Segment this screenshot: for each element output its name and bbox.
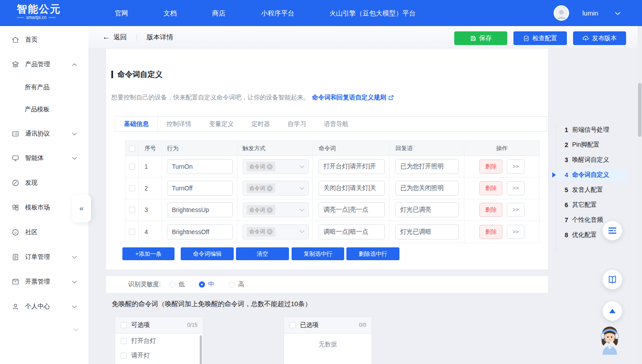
back-arrow-icon[interactable]: ← [103,33,110,42]
radio-low[interactable]: 低 [169,281,185,288]
action-input[interactable] [167,202,233,217]
sidebar-item-community[interactable]: 社区 [0,227,88,238]
check-config-button[interactable]: 检查配置 [513,31,567,45]
tab-voice-navigation[interactable]: 语音导航 [315,117,357,131]
delete-selected-button[interactable]: 删除选中行 [346,247,399,260]
command-input[interactable] [319,202,385,217]
row-checkbox[interactable] [129,185,135,191]
panel-select-all-checkbox[interactable] [121,322,127,328]
chevron-down-icon[interactable] [615,12,620,15]
window-scrollbar-thumb[interactable] [638,83,642,137]
expand-row-button[interactable]: >> [507,159,524,174]
delete-row-button[interactable]: 删除 [479,181,502,195]
tab-control-detail[interactable]: 控制详情 [158,117,200,131]
anchor-item-1[interactable]: 1前端信号处理 [556,124,627,136]
rules-link[interactable]: 命令词和回复语自定义规则 [312,94,394,102]
panel-scrollbar-thumb[interactable] [200,335,202,364]
sidebar-item-profile[interactable]: 个人中心 [0,301,88,312]
sidebar-item-protocols[interactable]: 通讯协议 [0,128,88,140]
anchor-item-4-active[interactable]: 4命令词自定义 [556,169,627,181]
back-to-top-button[interactable] [603,301,622,321]
command-input[interactable] [319,159,385,174]
username[interactable]: lumin [582,0,598,26]
row-checkbox[interactable] [129,163,135,170]
edit-command-button[interactable]: 命令词编辑 [181,247,234,260]
sidebar-item-discover[interactable]: 发现 [0,177,88,189]
row-checkbox[interactable] [129,229,135,235]
command-input[interactable] [319,181,385,196]
nav-item-volcengine[interactable]: 火山引擎（豆包大模型）平台 [324,0,421,26]
action-input[interactable] [167,181,233,196]
select-all-checkbox[interactable] [129,145,135,152]
reply-input[interactable] [395,181,459,196]
sidebar-item-all-products[interactable]: 所有产品 [0,82,88,93]
transfer-item[interactable]: 请开灯 [115,348,203,363]
window-scrollbar[interactable] [638,26,642,364]
delete-row-button[interactable]: 删除 [479,159,502,174]
trigger-select[interactable]: 命令词× [243,224,309,239]
reply-input[interactable] [395,159,459,174]
content-area: 命令词自定义 想要控制自己的设备，快来配置自定义命令词吧，让你的设备智能起来。 … [88,48,642,364]
add-row-button[interactable]: +添加一条 [122,247,175,260]
tag-close-icon[interactable]: × [267,229,273,235]
docs-fab-button[interactable] [603,270,622,289]
action-input[interactable] [167,159,233,174]
expand-row-button[interactable]: >> [507,181,524,195]
row-checkbox[interactable] [129,207,135,213]
tab-variable-definition[interactable]: 变量定义 [200,117,243,131]
tag-close-icon[interactable]: × [267,164,273,170]
tab-timer[interactable]: 定时器 [243,117,279,131]
tab-self-learning[interactable]: 自学习 [279,117,315,131]
command-input[interactable] [319,224,385,239]
trigger-tag: 命令词 [249,206,265,214]
anchor-item-5[interactable]: 5发音人配置 [556,184,627,196]
expand-row-button[interactable]: >> [507,225,524,239]
sidebar-item-product-management[interactable]: 产品管理 [0,59,88,70]
action-input[interactable] [167,224,233,239]
reply-input[interactable] [395,202,459,217]
anchor-item-6[interactable]: 6其它配置 [556,199,627,211]
assistant-avatar[interactable] [596,323,623,355]
tag-close-icon[interactable]: × [267,207,273,213]
nav-item-miniprogram[interactable]: 小程序平台 [255,0,301,26]
tag-close-icon[interactable]: × [267,186,273,191]
transfer-item[interactable]: 打开台灯 [115,334,203,348]
col-header-trigger: 触发方式 [237,141,313,155]
delete-row-button[interactable]: 删除 [479,203,502,217]
radio-mid[interactable]: 中 [199,281,214,288]
chevron-down-icon [72,133,77,136]
anchor-item-3[interactable]: 3唤醒词自定义 [556,154,627,166]
user-avatar[interactable] [554,5,569,21]
reply-input[interactable] [395,224,459,239]
sidebar-item-invoicing[interactable]: 开票管理 [0,276,88,288]
sidebar-item-home[interactable]: 首页 [0,34,88,46]
item-checkbox[interactable] [121,353,127,359]
save-button[interactable]: 保存 [454,31,507,45]
publish-version-button[interactable]: 发布版本 [573,31,626,45]
copy-selected-button[interactable]: 复制选中行 [292,247,344,260]
sidebar-collapse-button[interactable]: « [72,195,91,222]
back-label[interactable]: 返回 [114,33,127,42]
nav-item-docs[interactable]: 文档 [157,0,183,26]
tab-basic-info[interactable]: 基础信息 [115,117,158,131]
sidebar-item-product-templates[interactable]: 产品模板 [0,104,88,115]
expand-row-button[interactable]: >> [507,203,524,217]
radio-checked-icon [199,281,205,288]
nav-item-store[interactable]: 商店 [205,0,232,26]
trigger-select[interactable]: 命令词× [243,202,309,217]
panel-select-all-checkbox[interactable] [289,322,296,328]
clear-button[interactable]: 清空 [236,247,289,260]
delete-row-button[interactable]: 删除 [479,225,502,239]
trigger-select[interactable]: 命令词× [243,181,309,196]
toc-fab-button[interactable] [603,221,622,240]
sidebar-item-agent[interactable]: 智能体 [0,152,88,164]
anchor-item-2[interactable]: 2Pin脚配置 [556,139,627,151]
sensitivity-bar: 识别灵敏度: 低 中 高 [106,276,548,293]
logo[interactable]: 智能公元 smartpi.cn [17,3,61,20]
item-checkbox[interactable] [121,338,127,344]
radio-high[interactable]: 高 [229,281,244,288]
nav-item-official-site[interactable]: 官网 [108,0,135,26]
transfer-target-panel: 已选项 0/0 无数据 [284,317,372,364]
trigger-select[interactable]: 命令词× [243,159,309,174]
sidebar-item-orders[interactable]: 订单管理 [0,251,88,263]
